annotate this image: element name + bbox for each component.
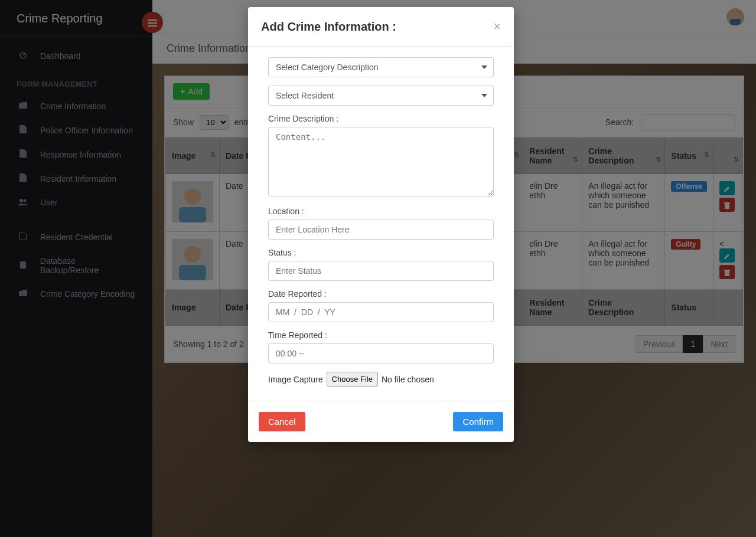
choose-file-button[interactable]: Choose File [327, 372, 378, 387]
date-reported-input[interactable] [268, 302, 494, 322]
confirm-button[interactable]: Confirm [453, 412, 503, 431]
date-reported-label: Date Reported : [268, 289, 494, 299]
select-resident[interactable]: Select Resident [268, 86, 494, 106]
file-chosen-text: No file chosen [382, 375, 434, 384]
modal-body: Select Category Description Select Resid… [248, 47, 514, 401]
select-category[interactable]: Select Category Description [268, 57, 494, 77]
modal-add-crime: Add Crime Information : × Select Categor… [248, 7, 514, 442]
crime-description-textarea[interactable] [268, 127, 494, 197]
location-label: Location : [268, 207, 494, 216]
time-reported-label: Time Reported : [268, 330, 494, 340]
status-input[interactable] [268, 261, 494, 281]
location-input[interactable] [268, 220, 494, 240]
close-icon: × [493, 19, 501, 34]
modal-close-button[interactable]: × [493, 19, 501, 34]
crime-description-label: Crime Description : [268, 114, 494, 123]
image-capture-label: Image Capture [268, 375, 323, 384]
modal-footer: Cancel Confirm [248, 401, 514, 442]
time-reported-input[interactable] [268, 343, 494, 364]
image-capture-row: Image Capture Choose File No file chosen [268, 372, 494, 387]
modal-header: Add Crime Information : × [248, 7, 514, 47]
cancel-button[interactable]: Cancel [259, 412, 305, 431]
modal-title: Add Crime Information : [261, 20, 396, 34]
status-label: Status : [268, 248, 494, 257]
